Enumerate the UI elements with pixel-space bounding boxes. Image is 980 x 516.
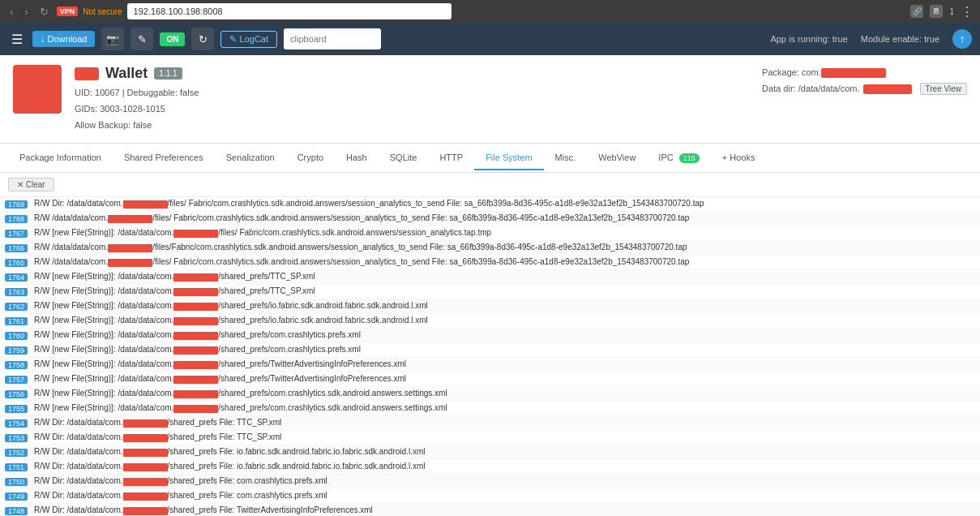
tab-http[interactable]: HTTP (428, 146, 474, 170)
table-row: 1757R/W [new File(String)]: /data/data/c… (0, 372, 980, 387)
row-number: 1768 (5, 213, 28, 225)
tab-sqlite[interactable]: SQLite (379, 146, 429, 170)
redacted-text (173, 288, 218, 296)
ext-icon-2[interactable]: 🖹 (930, 5, 943, 18)
redacted-text (123, 492, 168, 501)
row-number: 1765 (5, 256, 28, 269)
row-number: 1758 (5, 359, 28, 371)
url-bar[interactable]: 192.168.100.198:8008 (127, 3, 451, 19)
table-row: 1748R/W Dir: /data/data/com./shared_pref… (0, 504, 980, 516)
table-row: 1759R/W [new File(String)]: /data/data/c… (0, 343, 980, 358)
forward-button[interactable]: › (21, 4, 31, 19)
row-num-badge: 1766 (5, 244, 28, 252)
data-dir-redacted (863, 84, 912, 94)
row-num-badge: 1768 (5, 215, 28, 223)
tab-webview[interactable]: WebView (587, 146, 647, 170)
camera-button[interactable]: 📷 (101, 28, 124, 50)
download-button[interactable]: ↓ Download (32, 31, 95, 47)
tab-hooks[interactable]: + Hooks (711, 146, 767, 170)
redacted-text (108, 244, 152, 252)
row-number: 1762 (5, 300, 28, 312)
row-num-badge: 1749 (5, 492, 28, 501)
row-content: R/W [new File(String)]: /data/data/com./… (34, 329, 975, 341)
clear-button[interactable]: ✕ Clear (8, 178, 54, 191)
row-number: 1752 (5, 446, 28, 458)
table-row: 1762R/W [new File(String)]: /data/data/c… (0, 299, 980, 314)
tab-ipc[interactable]: IPC 115 (647, 146, 710, 170)
table-row: 1766R/W /data/data/com./files/Fabric/com… (0, 241, 980, 256)
row-number: 1769 (5, 198, 28, 210)
row-content: R/W /data/data/com./files/ Fabric/com.cr… (34, 256, 975, 268)
redacted-text (123, 449, 168, 457)
redacted-text (123, 200, 168, 209)
row-number: 1748 (5, 505, 28, 516)
clear-bar: ✕ Clear (0, 173, 980, 197)
table-row: 1761R/W [new File(String)]: /data/data/c… (0, 314, 980, 329)
redacted-text (173, 376, 218, 384)
table-row: 1758R/W [new File(String)]: /data/data/c… (0, 358, 980, 372)
table-row: 1750R/W Dir: /data/data/com./shared_pref… (0, 475, 980, 489)
row-number: 1754 (5, 417, 28, 429)
app-details: Wallet 1.1.1 UID: 10067 | Debuggable: fa… (75, 65, 199, 133)
logcat-button[interactable]: ✎ LogCat (220, 31, 277, 48)
row-num-badge: 1765 (5, 259, 28, 267)
browser-extensions: 🔗 🖹 1 ⋮ (910, 4, 974, 19)
table-row: 1752R/W Dir: /data/data/com./shared_pref… (0, 445, 980, 460)
ext-icon-1[interactable]: 🔗 (910, 5, 923, 18)
package-line: Package: com. (762, 65, 967, 81)
tab-misc[interactable]: Misc. (544, 146, 588, 170)
data-dir-line: Data dir: /data/data/com. Tree View (762, 81, 967, 97)
row-content: R/W [new File(String)]: /data/data/com./… (34, 359, 975, 370)
redacted-text (173, 317, 218, 325)
row-number: 1764 (5, 271, 28, 283)
row-num-badge: 1756 (5, 390, 28, 398)
ipc-badge: 115 (679, 153, 700, 163)
hamburger-menu[interactable]: ☰ (8, 28, 26, 50)
row-number: 1759 (5, 344, 28, 356)
ext-count: 1 (949, 7, 954, 16)
row-content: R/W [new File(String)]: /data/data/com./… (34, 300, 975, 312)
row-content: R/W Dir: /data/data/com./shared_prefs Fi… (34, 505, 975, 516)
url-text: 192.168.100.198:8008 (134, 6, 223, 16)
row-num-badge: 1752 (5, 449, 28, 457)
refresh-browser-button[interactable]: ↻ (36, 4, 52, 19)
tab-serialization[interactable]: Serialization (215, 146, 286, 170)
row-content: R/W [new File(String)]: /data/data/com./… (34, 373, 975, 385)
table-row: 1756R/W [new File(String)]: /data/data/c… (0, 387, 980, 402)
row-content: R/W [new File(String)]: /data/data/com./… (34, 271, 975, 282)
upload-button[interactable]: ↑ (952, 29, 972, 49)
menu-dots[interactable]: ⋮ (961, 4, 974, 19)
tree-view-button[interactable]: Tree View (920, 83, 967, 95)
tab-package-information[interactable]: Package Information (8, 146, 113, 170)
redacted-text (123, 507, 168, 515)
tab-shared-preferences[interactable]: Shared Preferences (113, 146, 215, 170)
app-meta: UID: 10067 | Debuggable: false GIDs: 300… (75, 85, 199, 133)
row-number: 1753 (5, 432, 28, 444)
redacted-text (173, 361, 218, 369)
row-content: R/W Dir: /data/data/com./shared_prefs Fi… (34, 475, 975, 487)
tabs-bar: Package Information Shared Preferences S… (0, 144, 980, 173)
table-row: 1767R/W [new File(String)]: /data/data/c… (0, 226, 980, 241)
tab-crypto[interactable]: Crypto (286, 146, 335, 170)
row-num-badge: 1762 (5, 303, 28, 311)
row-content: R/W [new File(String)]: /data/data/com./… (34, 344, 975, 355)
row-number: 1757 (5, 373, 28, 385)
back-button[interactable]: ‹ (6, 4, 16, 19)
row-number: 1760 (5, 329, 28, 342)
refresh-button[interactable]: ↻ (191, 28, 214, 50)
uid-line: UID: 10067 | Debuggable: false (75, 85, 199, 101)
row-num-badge: 1751 (5, 463, 28, 471)
app-info-section: Wallet 1.1.1 UID: 10067 | Debuggable: fa… (0, 55, 980, 144)
redacted-text (123, 478, 168, 486)
row-content: R/W Dir: /data/data/com./shared_prefs Fi… (34, 417, 975, 428)
row-number: 1751 (5, 461, 28, 473)
row-number: 1763 (5, 286, 28, 298)
tab-filesystem[interactable]: File System (474, 146, 543, 170)
browser-chrome: ‹ › ↻ VPN Not secure 192.168.100.198:800… (0, 0, 980, 23)
row-num-badge: 1761 (5, 317, 28, 325)
pen-button[interactable]: ✎ (131, 28, 153, 50)
clipboard-input[interactable] (284, 28, 381, 49)
row-num-badge: 1759 (5, 346, 28, 355)
tab-hash[interactable]: Hash (335, 146, 379, 170)
toggle-on-button[interactable]: ON (160, 32, 185, 46)
